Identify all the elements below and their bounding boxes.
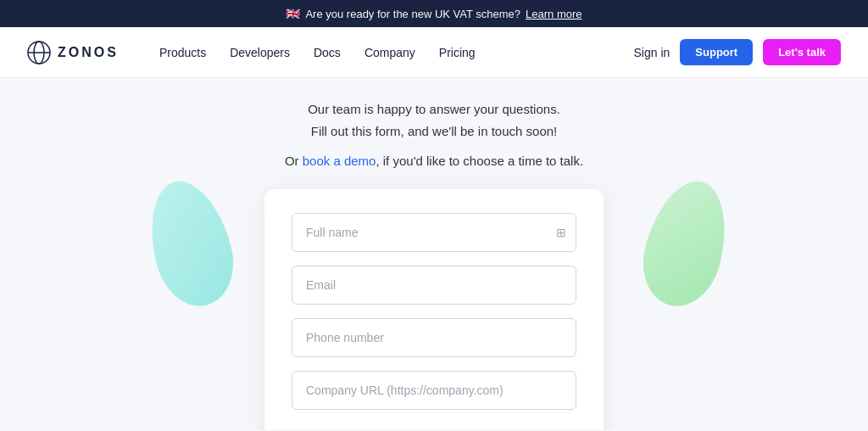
nav-links: Products Developers Docs Company Pricing: [159, 46, 607, 59]
deco-left-shape: [137, 172, 244, 315]
book-demo-link[interactable]: book a demo: [303, 154, 376, 168]
phone-field: [292, 318, 576, 357]
sign-in-button[interactable]: Sign in: [634, 46, 670, 59]
nav-developers[interactable]: Developers: [230, 46, 290, 59]
announcement-text: Are you ready for the new UK VAT scheme?: [305, 8, 520, 20]
nav-company[interactable]: Company: [364, 46, 415, 59]
email-input[interactable]: [292, 266, 576, 305]
after-demo-text: , if you'd like to choose a time to talk…: [376, 154, 583, 168]
support-button[interactable]: Support: [680, 39, 753, 65]
intro-line2: Fill out this form, and we'll be in touc…: [285, 120, 583, 143]
company-url-field: [292, 371, 576, 410]
full-name-field: ⊞: [292, 213, 576, 252]
lets-talk-button[interactable]: Let's talk: [763, 39, 841, 65]
or-text: Or: [285, 154, 303, 168]
logo-text: ZONOS: [58, 45, 119, 60]
nav-products[interactable]: Products: [159, 46, 206, 59]
intro-line1: Our team is happy to answer your questio…: [285, 98, 583, 120]
contact-form-card: ⊞: [264, 189, 604, 430]
text-icon: ⊞: [556, 226, 566, 239]
main-content: Our team is happy to answer your questio…: [0, 78, 868, 429]
company-url-input[interactable]: [292, 371, 576, 410]
zonos-logo-icon: [27, 41, 51, 64]
full-name-input-wrapper: ⊞: [292, 213, 576, 252]
logo[interactable]: ZONOS: [27, 41, 119, 64]
email-field: [292, 266, 576, 305]
phone-input[interactable]: [292, 318, 576, 357]
uk-flag-icon: 🇬🇧: [286, 7, 300, 20]
navbar: ZONOS Products Developers Docs Company P…: [0, 27, 868, 78]
full-name-input[interactable]: [292, 213, 576, 252]
deco-right-shape: [632, 172, 739, 315]
nav-actions: Sign in Support Let's talk: [634, 39, 841, 65]
nav-pricing[interactable]: Pricing: [439, 46, 476, 59]
nav-docs[interactable]: Docs: [314, 46, 341, 59]
intro-section: Our team is happy to answer your questio…: [285, 98, 583, 172]
intro-demo-line: Or book a demo, if you'd like to choose …: [285, 150, 583, 172]
announcement-bar: 🇬🇧 Are you ready for the new UK VAT sche…: [0, 0, 868, 27]
learn-more-link[interactable]: Learn more: [526, 8, 581, 20]
